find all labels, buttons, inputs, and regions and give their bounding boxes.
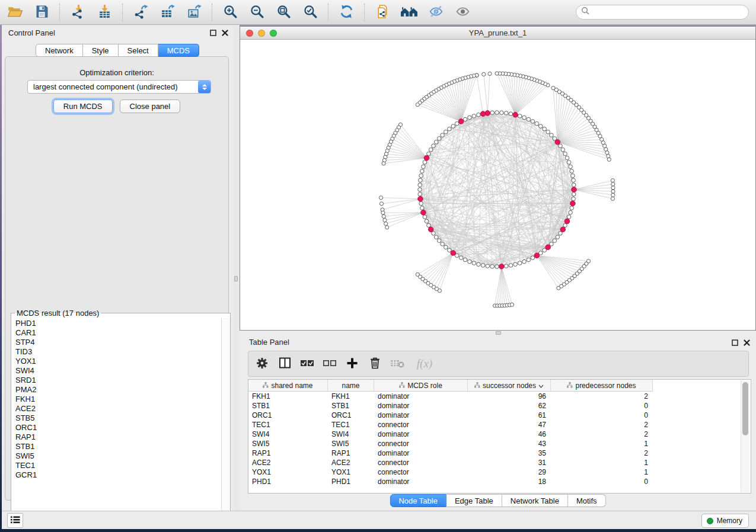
show-all-button[interactable] (454, 4, 471, 21)
clone-network-button[interactable] (374, 4, 391, 21)
close-panel-button[interactable]: Close panel (120, 100, 181, 113)
hide-selected-button[interactable] (427, 4, 445, 21)
tab-network[interactable]: Network (36, 44, 83, 57)
splitter-grip-h[interactable] (496, 331, 501, 335)
tab-style[interactable]: Style (83, 44, 119, 57)
houses-button[interactable] (400, 4, 418, 21)
tab-motifs[interactable]: Motifs (568, 494, 606, 507)
refresh-icon (339, 4, 354, 21)
search-input[interactable] (593, 8, 744, 17)
column-header-successor-nodes[interactable]: successor nodes (468, 380, 551, 392)
export-table-button[interactable] (158, 4, 176, 21)
table-row[interactable]: SWI4SWI4dominator462 (248, 430, 741, 439)
table-row[interactable]: RAP1RAP1dominator352 (248, 448, 741, 458)
close-table-panel-icon[interactable] (744, 338, 750, 348)
memory-button[interactable]: Memory (701, 514, 749, 528)
mcds-result-item[interactable]: RAP1 (12, 432, 221, 442)
zoom-out-button[interactable] (248, 4, 266, 21)
clone-network-icon (375, 4, 390, 21)
cell-shared-name: RAP1 (248, 448, 328, 458)
run-mcds-button[interactable]: Run MCDS (53, 100, 113, 113)
tab-edge-table[interactable]: Edge Table (446, 494, 502, 507)
zoom-in-button[interactable] (221, 4, 239, 21)
horizontal-splitter[interactable] (240, 331, 756, 335)
export-network-button[interactable] (132, 4, 149, 21)
table-row[interactable]: SWI5SWI5connector431 (248, 439, 741, 448)
import-network-button[interactable] (69, 4, 87, 21)
mcds-result-item[interactable]: GCR1 (12, 470, 221, 480)
zoom-fit-button[interactable] (275, 4, 292, 21)
mcds-result-item[interactable]: YOX1 (12, 357, 221, 366)
column-header-predecessor-nodes[interactable]: predecessor nodes (551, 380, 653, 392)
delete-column-button[interactable] (368, 357, 381, 371)
float-table-panel-icon[interactable] (732, 338, 738, 348)
mcds-result-item[interactable]: STP4 (12, 338, 221, 347)
table-row[interactable]: TEC1TEC1connector472 (248, 420, 741, 430)
tab-node-table[interactable]: Node Table (390, 494, 446, 507)
export-image-icon (187, 4, 202, 21)
tab-network-table[interactable]: Network Table (502, 494, 568, 507)
export-image-button[interactable] (185, 4, 203, 21)
table-scrollbar[interactable] (741, 380, 749, 492)
float-panel-icon[interactable] (210, 29, 216, 38)
zoom-selected-button[interactable] (301, 4, 319, 21)
table-panel: Table Panel f(x) shared namenameMCDS rol… (240, 335, 756, 511)
refresh-layout-button[interactable] (337, 4, 355, 21)
open-folder-button[interactable] (6, 4, 24, 21)
splitter-grip[interactable] (234, 276, 238, 281)
cell-successor-nodes: 46 (468, 430, 551, 439)
mcds-result-item[interactable]: SWI5 (12, 451, 221, 461)
open-folder-icon (7, 4, 23, 21)
tab-mcds[interactable]: MCDS (158, 44, 199, 57)
select-all-button[interactable] (301, 357, 314, 371)
table-row[interactable]: ACE2ACE2connector311 (248, 458, 741, 467)
mcds-result-item[interactable]: TEC1 (12, 461, 221, 470)
task-history-button[interactable] (7, 513, 23, 528)
save-session-button[interactable] (33, 4, 50, 21)
mcds-result-item[interactable]: PMA2 (12, 385, 221, 395)
import-table-button[interactable] (95, 4, 113, 21)
show-columns-button[interactable] (278, 357, 291, 371)
column-label: predecessor nodes (575, 382, 636, 390)
cell-predecessor-nodes: 2 (551, 430, 653, 439)
table-row[interactable]: YOX1YOX1connector291 (248, 467, 741, 477)
mcds-scrollbar[interactable] (221, 318, 229, 528)
search-box[interactable] (576, 5, 749, 20)
mcds-result-item[interactable]: FKH1 (12, 395, 221, 404)
table-row[interactable]: FKH1FKH1dominator962 (248, 392, 741, 401)
optimization-label: Optimization criterion: (5, 68, 228, 77)
function-builder-button[interactable]: f(x) (413, 357, 436, 371)
cell-predecessor-nodes: 2 (551, 420, 653, 430)
mcds-result-list[interactable]: PHD1CAR1STP4TID3YOX1SWI4SRD1PMA2FKH1ACE2… (12, 319, 221, 528)
mcds-result-item[interactable]: SRD1 (12, 376, 221, 385)
table-settings-button[interactable] (256, 357, 269, 371)
mcds-result-item[interactable]: SWI4 (12, 366, 221, 376)
table-row[interactable]: ORC1ORC1dominator610 (248, 411, 741, 420)
column-header-mcds-role[interactable]: MCDS role (374, 380, 468, 392)
cell-name: TEC1 (328, 420, 374, 430)
mcds-result-item[interactable]: TID3 (12, 347, 221, 357)
mcds-result-item[interactable]: ACE2 (12, 404, 221, 414)
table-row[interactable]: STB1STB1dominator620 (248, 401, 741, 411)
mcds-panel: Optimization criterion: largest connecte… (5, 56, 229, 501)
table-row[interactable]: PHD1PHD1dominator180 (248, 477, 741, 486)
mcds-result-item[interactable]: ORC1 (12, 423, 221, 432)
cell-shared-name: FKH1 (248, 392, 328, 401)
unselect-all-button[interactable] (323, 357, 336, 371)
delete-table-button[interactable] (391, 357, 404, 371)
mcds-result-item[interactable]: CAR1 (12, 328, 221, 338)
column-header-name[interactable]: name (328, 380, 374, 392)
tab-select[interactable]: Select (119, 44, 158, 57)
cell-successor-nodes: 47 (468, 420, 551, 430)
node-table: shared namenameMCDS rolesuccessor nodesp… (248, 379, 751, 493)
table-scrollbar-thumb[interactable] (742, 382, 748, 435)
optimization-criterion-select[interactable]: largest connected component (undirected) (27, 80, 211, 94)
close-panel-icon[interactable] (222, 29, 228, 38)
mcds-result-item[interactable]: STB1 (12, 442, 221, 451)
mcds-result-item[interactable]: STB5 (12, 414, 221, 423)
vertical-splitter[interactable] (233, 25, 240, 511)
mcds-result-item[interactable]: PHD1 (12, 319, 221, 328)
add-column-button[interactable] (346, 357, 359, 371)
column-header-shared-name[interactable]: shared name (248, 380, 328, 392)
network-canvas[interactable] (240, 40, 755, 330)
